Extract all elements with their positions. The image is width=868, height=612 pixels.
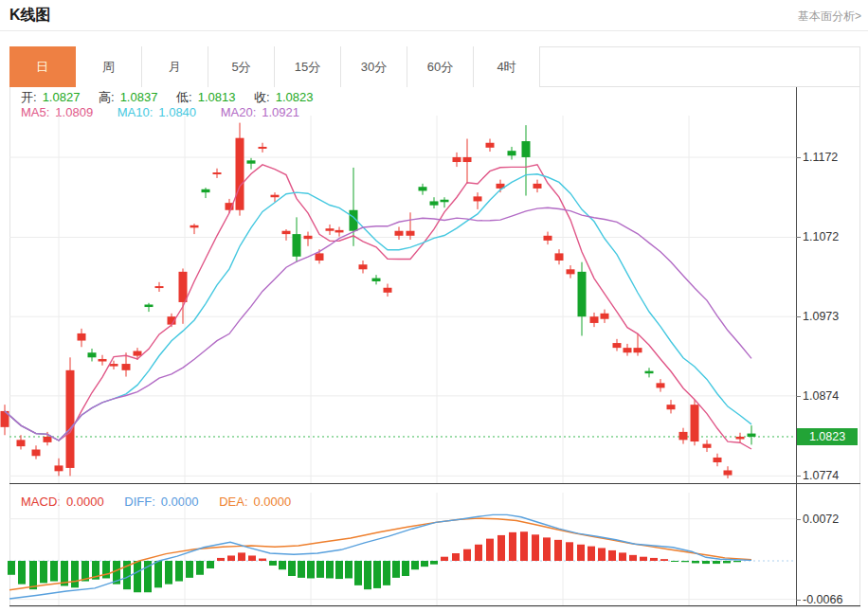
price-axis-tick-4: 1.0874	[803, 388, 858, 404]
high-label: 高:	[99, 90, 115, 104]
candlestick-chart-canvas[interactable]	[0, 116, 796, 483]
price-axis-tick-1: 1.1172	[803, 150, 858, 165]
low-value: 1.0813	[198, 90, 236, 104]
tab-4hour[interactable]: 4时	[474, 46, 540, 87]
tab-month[interactable]: 月	[142, 46, 208, 87]
close-value: 1.0823	[276, 90, 314, 104]
fundamental-analysis-link[interactable]: 基本面分析>	[798, 9, 861, 25]
tab-15min[interactable]: 15分	[275, 46, 341, 87]
page-title: K线图	[9, 6, 51, 26]
last-price-badge: 1.0823	[797, 428, 858, 445]
tab-week[interactable]: 周	[76, 46, 142, 87]
tab-day[interactable]: 日	[9, 46, 76, 87]
tab-30min[interactable]: 30分	[341, 46, 407, 87]
macd-axis-tick-low: -0.0066	[803, 592, 858, 607]
price-axis-tick-2: 1.1072	[803, 229, 858, 244]
macd-axis-tick-high: 0.0072	[803, 512, 858, 527]
kline-page: K线图 基本面分析> 日 周 月 5分 15分 30分 60分 4时 开:1.0…	[0, 0, 868, 612]
main-plot-bottom-border	[9, 483, 860, 484]
open-label: 开:	[21, 90, 37, 104]
high-value: 1.0837	[120, 90, 158, 104]
price-axis-tick-3: 1.0973	[803, 309, 858, 324]
open-value: 1.0827	[43, 90, 81, 104]
tab-60min[interactable]: 60分	[407, 46, 474, 87]
macd-chart-canvas[interactable]	[0, 493, 796, 606]
tab-5min[interactable]: 5分	[208, 46, 275, 87]
low-label: 低:	[176, 90, 192, 104]
price-axis-border	[796, 87, 797, 606]
period-tab-bar: 日 周 月 5分 15分 30分 60分 4时	[9, 46, 860, 87]
title-divider	[0, 30, 868, 31]
close-label: 收:	[254, 90, 270, 104]
price-axis-tick-5: 1.0774	[803, 468, 858, 483]
macd-plot-bottom-border	[9, 605, 860, 606]
ohlc-readout: 开:1.0827 高:1.0837 低:1.0813 收:1.0823	[21, 89, 318, 106]
